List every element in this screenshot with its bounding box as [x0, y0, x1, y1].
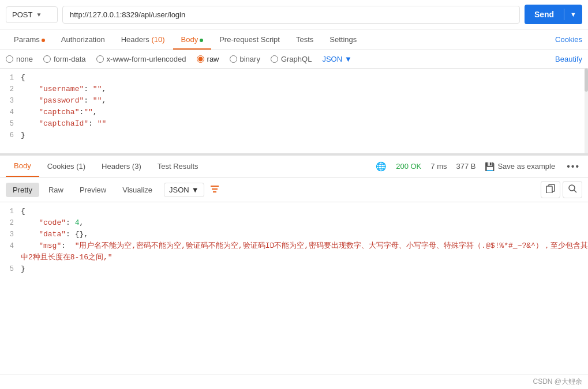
resp-line-5: 5 } — [0, 263, 588, 275]
send-button[interactable]: Send ▼ — [525, 5, 582, 24]
resp-view-preview[interactable]: Preview — [73, 183, 113, 197]
resp-view-visualize[interactable]: Visualize — [115, 183, 159, 197]
resp-status-bar: 🌐 200 OK 7 ms 377 B 💾 Save as example ••… — [376, 161, 582, 172]
radio-form-data[interactable]: form-data — [43, 55, 86, 63]
response-section: Body Cookies (1) Headers (3) Test Result… — [0, 154, 588, 389]
req-line-content-2: "username": "", — [21, 84, 588, 95]
resp-line-content-4: "msg": "用户名不能为空,密码不能为空,验证码不能为空,验证码ID不能为空… — [21, 240, 588, 263]
tabs-bar: Params Authorization Headers (10) Body P… — [0, 29, 588, 50]
radio-binary-input[interactable] — [230, 55, 237, 63]
resp-line-3: 3 "data": {}, — [0, 229, 588, 240]
response-code-area: 1 { 2 "code": 4, 3 "data": {}, 4 "msg": … — [0, 202, 588, 374]
resp-line-4: 4 "msg": "用户名不能为空,密码不能为空,验证码不能为空,验证码ID不能… — [0, 240, 588, 263]
tab-tests[interactable]: Tests — [288, 29, 321, 50]
chevron-down-icon: ▼ — [36, 12, 42, 18]
request-bar: POST ▼ Send ▼ — [0, 0, 588, 29]
resp-filter-button[interactable] — [207, 183, 223, 197]
req-line-2: 2 "username": "", — [0, 84, 588, 95]
resp-line-num-1: 1 — [0, 206, 21, 217]
url-input[interactable] — [62, 6, 520, 24]
req-line-content-5: "captchaId": "" — [21, 118, 588, 130]
req-line-num-3: 3 — [0, 95, 21, 107]
resp-line-2: 2 "code": 4, — [0, 217, 588, 229]
resp-format-bar: Pretty Raw Preview Visualize JSON ▼ — [0, 177, 588, 202]
format-label: JSON — [322, 55, 342, 63]
request-code-lines: 1 { 2 "username": "", 3 "password": "", … — [0, 69, 588, 145]
response-tabs-bar: Body Cookies (1) Headers (3) Test Result… — [0, 156, 588, 177]
tab-headers[interactable]: Headers (10) — [113, 29, 173, 50]
body-type-bar: none form-data x-www-form-urlencoded raw… — [0, 50, 588, 69]
watermark: CSDN @大鲤余 — [0, 374, 588, 389]
tab-authorization[interactable]: Authorization — [53, 29, 113, 50]
svg-rect-4 — [546, 186, 552, 193]
resp-line-content-2: "code": 4, — [21, 217, 588, 229]
editor-scrollbar-thumb — [585, 69, 588, 92]
send-arrow-icon: ▼ — [564, 11, 582, 18]
radio-raw[interactable]: raw — [197, 55, 219, 63]
req-line-num-2: 2 — [0, 84, 21, 95]
req-line-num-5: 5 — [0, 118, 21, 130]
resp-search-button[interactable] — [563, 181, 582, 198]
format-chevron-icon: ▼ — [344, 55, 352, 63]
resp-status-code: 200 OK — [396, 162, 421, 171]
resp-tab-cookies[interactable]: Cookies (1) — [39, 156, 93, 176]
headers-count: (10) — [151, 35, 164, 44]
main-layout: POST ▼ Send ▼ Params Authorization Heade… — [0, 0, 588, 389]
save-example-button[interactable]: 💾 Save as example — [485, 162, 555, 171]
svg-point-5 — [569, 185, 575, 191]
watermark-text: CSDN @大鲤余 — [533, 377, 582, 386]
req-line-4: 4 "captcha":"", — [0, 107, 588, 118]
tab-params[interactable]: Params — [6, 29, 53, 50]
radio-none[interactable]: none — [6, 55, 33, 63]
radio-graphql[interactable]: GraphQL — [271, 55, 312, 63]
radio-urlencoded-input[interactable] — [96, 55, 104, 63]
resp-view-pretty[interactable]: Pretty — [6, 183, 39, 197]
svg-line-6 — [574, 190, 576, 192]
radio-raw-input[interactable] — [197, 55, 204, 63]
more-options-button[interactable]: ••• — [564, 161, 582, 172]
req-line-content-1: { — [21, 72, 588, 84]
save-icon: 💾 — [485, 162, 495, 171]
resp-copy-button[interactable] — [541, 181, 560, 198]
resp-line-1: 1 { — [0, 206, 588, 217]
req-line-1: 1 { — [0, 72, 588, 84]
editor-scrollbar[interactable] — [585, 69, 588, 153]
radio-binary[interactable]: binary — [230, 55, 260, 63]
format-select[interactable]: JSON ▼ — [322, 55, 352, 63]
resp-view-raw[interactable]: Raw — [42, 183, 70, 197]
save-example-label: Save as example — [497, 162, 555, 171]
radio-form-data-input[interactable] — [43, 55, 51, 63]
resp-line-num-3: 3 — [0, 229, 21, 240]
resp-line-num-4: 4 — [0, 240, 21, 252]
method-label: POST — [12, 10, 32, 19]
tab-body[interactable]: Body — [173, 29, 212, 50]
beautify-button[interactable]: Beautify — [555, 55, 582, 63]
radio-graphql-label: GraphQL — [281, 55, 312, 63]
radio-graphql-input[interactable] — [271, 55, 278, 63]
resp-tab-test-results[interactable]: Test Results — [149, 156, 207, 176]
resp-tab-headers[interactable]: Headers (3) — [93, 156, 149, 176]
req-line-content-4: "captcha":"", — [21, 107, 588, 118]
req-line-num-1: 1 — [0, 72, 21, 84]
resp-tab-body[interactable]: Body — [6, 156, 39, 177]
resp-line-num-2: 2 — [0, 217, 21, 229]
resp-code-lines: 1 { 2 "code": 4, 3 "data": {}, 4 "msg": … — [0, 202, 588, 278]
resp-format-label: JSON — [169, 186, 189, 194]
send-label: Send — [525, 10, 564, 19]
radio-none-input[interactable] — [6, 55, 13, 63]
tab-pre-request[interactable]: Pre-request Script — [211, 29, 288, 50]
method-select[interactable]: POST ▼ — [6, 6, 58, 23]
resp-format-select[interactable]: JSON ▼ — [164, 183, 204, 197]
radio-raw-label: raw — [207, 55, 219, 63]
req-line-num-6: 6 — [0, 130, 21, 141]
req-line-6: 6 } — [0, 130, 588, 141]
radio-urlencoded[interactable]: x-www-form-urlencoded — [96, 55, 186, 63]
cookies-link[interactable]: Cookies — [555, 29, 582, 50]
request-body-editor[interactable]: 1 { 2 "username": "", 3 "password": "", … — [0, 69, 588, 154]
body-dot — [200, 39, 203, 42]
req-line-3: 3 "password": "", — [0, 95, 588, 107]
params-dot — [42, 39, 45, 42]
req-line-content-6: } — [21, 130, 588, 141]
tab-settings[interactable]: Settings — [321, 29, 365, 50]
resp-format-chevron-icon: ▼ — [192, 186, 199, 194]
